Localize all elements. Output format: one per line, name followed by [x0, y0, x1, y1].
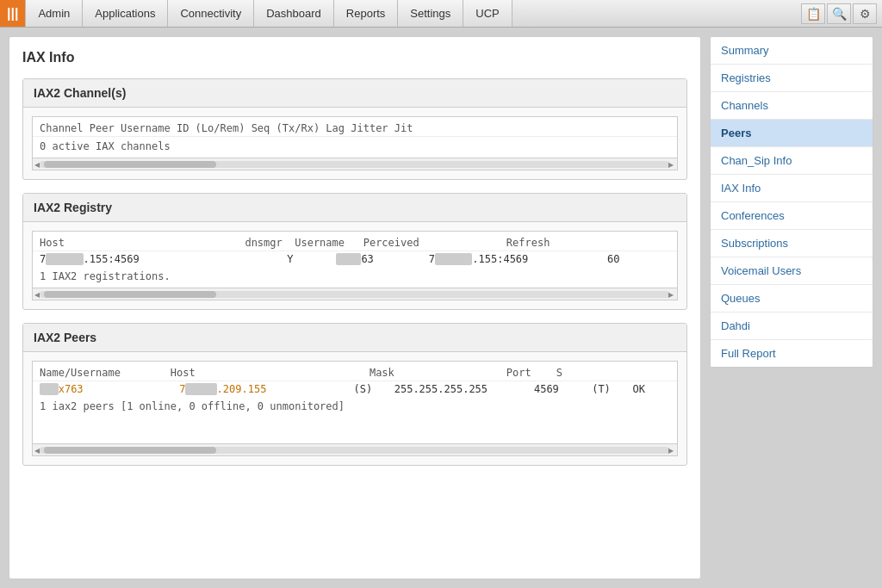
- nav-applications[interactable]: Applications: [83, 0, 168, 27]
- topbar: ||| Admin Applications Connectivity Dash…: [0, 0, 882, 28]
- registry-username: ████63: [336, 253, 422, 265]
- iax2-peers-title: IAX2 Peers: [23, 324, 686, 352]
- scrollbar-thumb[interactable]: [44, 161, 216, 168]
- sidebar-item-queues[interactable]: Queues: [711, 285, 873, 313]
- iax2-registry-summary: 1 IAX2 registrations.: [33, 267, 677, 288]
- nav-admin[interactable]: Admin: [25, 0, 83, 27]
- nav-dashboard[interactable]: Dashboard: [254, 0, 334, 27]
- iax2-channels-scrollbar[interactable]: ◀ ▶: [33, 158, 677, 170]
- iax2-channels-header: Channel Peer Username ID (Lo/Rem) Seq (T…: [33, 117, 677, 137]
- iax2-registry-title: IAX2 Registry: [23, 194, 686, 222]
- nav-menu: Admin Applications Connectivity Dashboar…: [25, 0, 796, 27]
- main-layout: IAX Info IAX2 Channel(s) Channel Peer Us…: [0, 28, 882, 588]
- registry-scrollbar-thumb[interactable]: [44, 291, 216, 298]
- iax2-registry-section: IAX2 Registry Host dnsmgr Username Perce…: [22, 193, 687, 310]
- settings-icon-btn[interactable]: ⚙: [853, 3, 877, 24]
- peer-port: 4569: [534, 383, 586, 395]
- sidebar-item-chan-sip-info[interactable]: Chan_Sip Info: [711, 147, 873, 175]
- nav-settings[interactable]: Settings: [398, 0, 463, 27]
- scroll-right-arrow[interactable]: ▶: [667, 160, 675, 169]
- iax2-peers-row-1: ███x763 7█████.209.155 (S) 255.255.255.2…: [33, 381, 677, 397]
- registry-perceived: 7██████.155:4569: [429, 253, 601, 265]
- sidebar: Summary Registries Channels Peers Chan_S…: [710, 36, 873, 368]
- page-title: IAX Info: [22, 50, 687, 65]
- sidebar-item-summary[interactable]: Summary: [711, 37, 873, 65]
- iax2-registry-scrollbar[interactable]: ◀ ▶: [33, 288, 677, 300]
- iax2-channels-summary: 0 active IAX channels: [33, 137, 677, 158]
- sidebar-item-registries[interactable]: Registries: [711, 65, 873, 92]
- topbar-icon-group: 📋 🔍 ⚙: [796, 0, 882, 27]
- sidebar-item-subscriptions[interactable]: Subscriptions: [711, 230, 873, 257]
- nav-ucp[interactable]: UCP: [463, 0, 512, 27]
- nav-connectivity[interactable]: Connectivity: [168, 0, 254, 27]
- gear-icon: ⚙: [860, 7, 871, 21]
- peers-scrollbar-track: [40, 447, 670, 454]
- peer-status: OK: [632, 383, 644, 395]
- iax2-peers-header: Name/Username Host Mask Port S: [33, 362, 677, 381]
- iax2-registry-header: Host dnsmgr Username Perceived Refresh: [33, 232, 677, 251]
- sidebar-item-full-report[interactable]: Full Report: [711, 340, 873, 367]
- iax2-peers-section: IAX2 Peers Name/Username Host Mask Port …: [22, 323, 687, 466]
- peer-flag2: (T): [592, 383, 626, 395]
- search-icon-btn[interactable]: 🔍: [827, 3, 851, 24]
- clipboard-icon-btn[interactable]: 📋: [801, 3, 825, 24]
- sidebar-item-channels[interactable]: Channels: [711, 92, 873, 120]
- peer-host: 7█████.209.155: [179, 383, 347, 395]
- registry-dnsmgr: Y: [287, 253, 330, 265]
- nav-reports[interactable]: Reports: [334, 0, 399, 27]
- registry-host: 7██████.155:4569: [40, 253, 281, 265]
- iax2-registry-body: Host dnsmgr Username Perceived Refresh 7…: [23, 222, 686, 309]
- content-area: IAX Info IAX2 Channel(s) Channel Peer Us…: [9, 36, 701, 579]
- iax2-channels-title: IAX2 Channel(s): [23, 79, 686, 108]
- sidebar-item-dahdi[interactable]: Dahdi: [711, 313, 873, 340]
- iax2-peers-body: Name/Username Host Mask Port S ███x763 7…: [23, 352, 686, 465]
- iax2-channels-section: IAX2 Channel(s) Channel Peer Username ID…: [22, 78, 687, 180]
- iax2-peers-summary: 1 iax2 peers [1 online, 0 offline, 0 unm…: [33, 397, 677, 418]
- peer-mask: 255.255.255.255: [394, 383, 528, 395]
- registry-scroll-right[interactable]: ▶: [667, 290, 675, 299]
- search-icon: 🔍: [832, 7, 847, 21]
- peer-name: ███x763: [40, 383, 173, 395]
- peers-scrollbar-thumb[interactable]: [44, 447, 216, 454]
- sidebar-item-peers[interactable]: Peers: [711, 120, 873, 147]
- iax2-peers-table: Name/Username Host Mask Port S ███x763 7…: [32, 361, 678, 456]
- clipboard-icon: 📋: [806, 7, 821, 21]
- iax2-registry-row-1: 7██████.155:4569 Y ████63 7██████.155:45…: [33, 251, 677, 267]
- iax2-registry-table: Host dnsmgr Username Perceived Refresh 7…: [32, 231, 678, 300]
- iax2-channels-table: Channel Peer Username ID (Lo/Rem) Seq (T…: [32, 116, 678, 170]
- scrollbar-track: [40, 161, 670, 168]
- registry-refresh: 60: [607, 253, 619, 265]
- iax2-peers-scrollbar[interactable]: ◀ ▶: [33, 443, 677, 455]
- peers-scroll-right[interactable]: ▶: [667, 446, 675, 455]
- sidebar-item-voicemail-users[interactable]: Voicemail Users: [711, 257, 873, 285]
- sidebar-item-conferences[interactable]: Conferences: [711, 202, 873, 230]
- sidebar-item-iax-info[interactable]: IAX Info: [711, 175, 873, 202]
- app-logo: |||: [0, 0, 25, 27]
- iax2-channels-body: Channel Peer Username ID (Lo/Rem) Seq (T…: [23, 108, 686, 179]
- peer-flag: (S): [353, 383, 388, 395]
- registry-scrollbar-track: [40, 291, 670, 298]
